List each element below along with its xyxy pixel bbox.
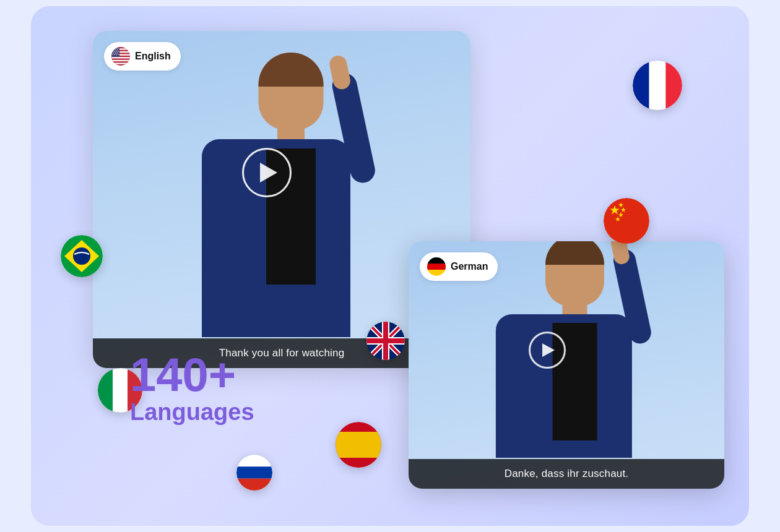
svg-rect-58 — [649, 61, 666, 110]
svg-point-25 — [118, 54, 119, 55]
languages-label: Languages — [130, 398, 254, 427]
german-badge-label: German — [451, 261, 488, 272]
german-hair — [545, 241, 604, 265]
svg-point-31 — [73, 247, 90, 265]
german-subtitle-text: Danke, dass ihr zuschaut. — [505, 468, 629, 479]
svg-point-15 — [112, 51, 113, 52]
german-lang-badge: German — [420, 252, 498, 281]
svg-rect-6 — [111, 62, 130, 64]
english-badge-label: English — [135, 51, 171, 62]
russia-flag — [236, 455, 272, 491]
svg-point-23 — [114, 54, 115, 55]
svg-point-19 — [113, 53, 115, 54]
english-play-button[interactable] — [242, 148, 292, 197]
svg-point-16 — [114, 51, 115, 52]
svg-point-20 — [115, 53, 116, 54]
spain-flag — [336, 422, 381, 468]
svg-point-10 — [116, 48, 117, 49]
hair — [259, 53, 324, 87]
english-lang-badge: English — [104, 42, 181, 71]
svg-point-11 — [118, 48, 119, 49]
svg-rect-5 — [111, 60, 130, 61]
svg-point-21 — [117, 53, 118, 54]
languages-count: 140+ — [130, 351, 254, 398]
svg-rect-35 — [113, 368, 128, 413]
china-flag — [604, 198, 649, 244]
svg-point-9 — [114, 48, 115, 49]
svg-point-24 — [116, 54, 117, 55]
svg-point-8 — [112, 48, 113, 49]
svg-rect-46 — [366, 338, 405, 343]
svg-rect-27 — [427, 264, 446, 270]
germany-flag-icon — [427, 257, 446, 276]
svg-point-22 — [112, 54, 113, 55]
english-person — [198, 53, 384, 337]
hand — [328, 54, 352, 91]
svg-point-12 — [113, 49, 115, 51]
uk-flag — [366, 322, 405, 360]
german-person — [492, 241, 659, 458]
svg-point-14 — [117, 49, 118, 51]
brazil-flag — [61, 235, 103, 277]
svg-point-17 — [116, 51, 117, 52]
svg-rect-50 — [336, 432, 381, 458]
france-flag — [633, 61, 682, 110]
svg-rect-61 — [604, 198, 649, 244]
svg-rect-28 — [427, 270, 446, 276]
svg-rect-54 — [236, 466, 272, 478]
languages-info: 140+ Languages — [130, 351, 254, 427]
german-play-button[interactable] — [529, 332, 566, 369]
usa-flag-icon — [111, 47, 130, 66]
svg-point-13 — [115, 49, 116, 51]
svg-point-18 — [118, 51, 119, 52]
svg-rect-26 — [427, 257, 446, 264]
german-hand — [609, 241, 630, 265]
svg-rect-4 — [111, 57, 130, 58]
german-subtitle-bar: Danke, dass ihr zuschaut. — [409, 459, 724, 489]
german-video-card: German Danke, dass ihr zuschaut. — [409, 241, 724, 489]
